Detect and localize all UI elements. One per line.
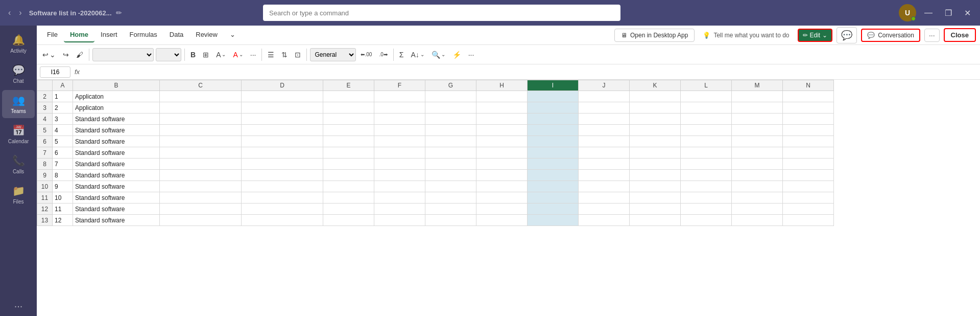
col-header-e[interactable]: E xyxy=(323,80,374,91)
sheet-cell[interactable]: Standard software xyxy=(73,136,160,147)
sheet-cell[interactable] xyxy=(528,181,579,192)
font-color-button[interactable]: A⌄ xyxy=(230,49,245,60)
sheet-cell[interactable] xyxy=(579,125,630,136)
sidebar-item-activity[interactable]: 🔔 Activity xyxy=(2,30,35,58)
sheet-cell[interactable] xyxy=(783,159,834,170)
find-button[interactable]: 🔍⌄ xyxy=(429,49,448,60)
sheet-cell[interactable] xyxy=(579,204,630,215)
col-header-b[interactable]: B xyxy=(73,80,160,91)
sheet-cell[interactable] xyxy=(242,181,323,192)
sheet-cell[interactable] xyxy=(242,114,323,125)
sheet-cell[interactable]: Standard software xyxy=(73,181,160,192)
sheet-cell[interactable] xyxy=(323,91,374,102)
sheet-cell[interactable] xyxy=(160,204,242,215)
sheet-cell[interactable] xyxy=(323,170,374,181)
sheet-cell[interactable]: Standard software xyxy=(73,125,160,136)
sheet-cell[interactable] xyxy=(681,102,732,114)
bold-button[interactable]: B xyxy=(188,49,198,60)
formula-input[interactable] xyxy=(84,66,977,78)
sheet-cell[interactable] xyxy=(374,136,425,147)
sheet-cell[interactable] xyxy=(630,147,681,159)
sheet-cell[interactable] xyxy=(476,159,528,170)
sheet-cell[interactable] xyxy=(783,125,834,136)
col-header-c[interactable]: C xyxy=(160,80,242,91)
sheet-cell[interactable] xyxy=(160,102,242,114)
sheet-cell[interactable] xyxy=(681,147,732,159)
sheet-cell[interactable] xyxy=(242,204,323,215)
chat-bubble-button[interactable]: 💬 xyxy=(836,27,857,43)
sheet-cell[interactable] xyxy=(732,170,783,181)
menu-insert[interactable]: Insert xyxy=(94,28,124,42)
back-button[interactable]: ‹ xyxy=(5,6,14,19)
sheet-cell[interactable] xyxy=(579,215,630,226)
sheet-cell[interactable] xyxy=(732,125,783,136)
sheet-cell[interactable] xyxy=(783,102,834,114)
sheet-cell[interactable] xyxy=(160,192,242,204)
open-desktop-button[interactable]: 🖥 Open in Desktop App xyxy=(614,29,695,42)
cell-reference-input[interactable] xyxy=(40,66,70,78)
sheet-cell[interactable]: Standard software xyxy=(73,192,160,204)
sheet-cell[interactable] xyxy=(579,159,630,170)
merge-button[interactable]: ⊡ xyxy=(292,49,303,60)
edit-title-icon[interactable]: ✏ xyxy=(116,9,122,17)
sheet-cell[interactable] xyxy=(681,181,732,192)
search-input[interactable] xyxy=(263,5,620,21)
sheet-cell[interactable] xyxy=(528,159,579,170)
sheet-cell[interactable] xyxy=(528,147,579,159)
sheet-cell[interactable] xyxy=(528,192,579,204)
sheet-cell[interactable] xyxy=(579,181,630,192)
sheet-cell[interactable] xyxy=(323,204,374,215)
sheet-cell[interactable]: 5 xyxy=(53,136,73,147)
sheet-cell[interactable] xyxy=(374,181,425,192)
sheet-cell[interactable] xyxy=(579,170,630,181)
sheet-cell[interactable] xyxy=(732,114,783,125)
sheet-cell[interactable] xyxy=(579,147,630,159)
sheet-cell[interactable] xyxy=(242,125,323,136)
col-header-m[interactable]: M xyxy=(732,80,783,91)
sheet-cell[interactable] xyxy=(476,91,528,102)
sheet-cell[interactable] xyxy=(476,215,528,226)
sheet-cell[interactable] xyxy=(681,136,732,147)
sheet-cell[interactable] xyxy=(323,159,374,170)
menu-more-chevron[interactable]: ⌄ xyxy=(224,28,242,42)
sheet-cell[interactable] xyxy=(374,170,425,181)
col-header-l[interactable]: L xyxy=(681,80,732,91)
sheet-cell[interactable] xyxy=(425,204,476,215)
avatar[interactable]: U xyxy=(899,4,916,21)
sheet-cell[interactable] xyxy=(579,91,630,102)
sheet-cell[interactable] xyxy=(242,159,323,170)
sheet-cell[interactable] xyxy=(528,114,579,125)
sheet-cell[interactable]: 3 xyxy=(53,114,73,125)
sheet-cell[interactable] xyxy=(630,170,681,181)
sheet-cell[interactable] xyxy=(160,215,242,226)
decrease-decimal-button[interactable]: ⬅.00 xyxy=(358,50,374,59)
sheet-cell[interactable] xyxy=(732,204,783,215)
sheet-cell[interactable]: 6 xyxy=(53,147,73,159)
sheet-cell[interactable] xyxy=(160,170,242,181)
sheet-cell[interactable]: 10 xyxy=(53,192,73,204)
sheet-cell[interactable] xyxy=(783,91,834,102)
spreadsheet[interactable]: A B C D E F G H I J K L M N xyxy=(37,80,980,316)
number-format-select[interactable]: General xyxy=(310,48,356,61)
sheet-cell[interactable] xyxy=(630,136,681,147)
sheet-cell[interactable] xyxy=(783,170,834,181)
sheet-cell[interactable] xyxy=(528,170,579,181)
sheet-cell[interactable] xyxy=(476,170,528,181)
font-name-select[interactable] xyxy=(92,48,154,61)
sheet-cell[interactable] xyxy=(681,91,732,102)
sheet-cell[interactable] xyxy=(425,102,476,114)
menu-home[interactable]: Home xyxy=(64,28,94,42)
sheet-cell[interactable] xyxy=(425,125,476,136)
sheet-cell[interactable] xyxy=(783,181,834,192)
sheet-cell[interactable] xyxy=(323,192,374,204)
sheet-cell[interactable] xyxy=(783,192,834,204)
sheet-cell[interactable]: Applicaton xyxy=(73,91,160,102)
sheet-cell[interactable] xyxy=(476,204,528,215)
sheet-cell[interactable] xyxy=(323,136,374,147)
sheet-cell[interactable]: Standard software xyxy=(73,114,160,125)
sheet-cell[interactable] xyxy=(374,204,425,215)
menu-data[interactable]: Data xyxy=(163,28,189,42)
sheet-cell[interactable] xyxy=(783,114,834,125)
sheet-cell[interactable] xyxy=(425,170,476,181)
sheet-cell[interactable] xyxy=(425,91,476,102)
